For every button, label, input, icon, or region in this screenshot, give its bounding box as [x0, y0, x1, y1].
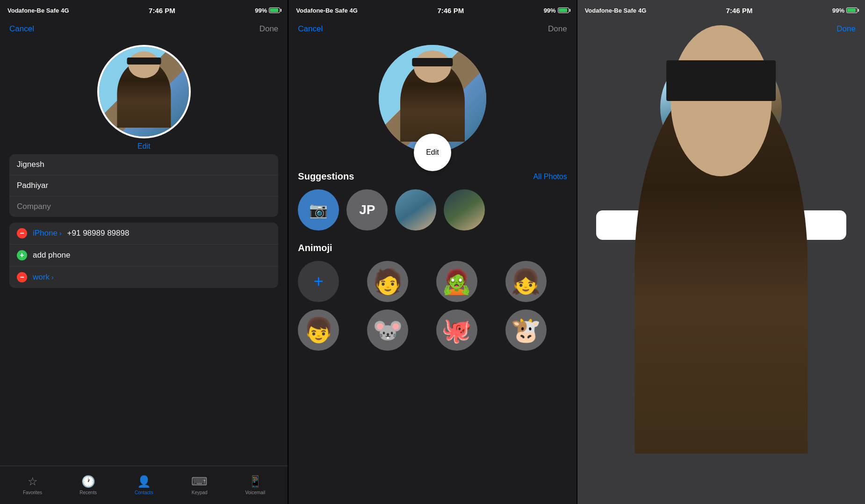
- nav-bar-2: Cancel Done: [288, 21, 576, 37]
- remove-phone-button[interactable]: −: [17, 228, 27, 238]
- avatar-circle-1[interactable]: [97, 45, 191, 138]
- panel3-avatar-circle: [660, 47, 782, 168]
- tab-keypad[interactable]: ⌨ Keypad: [172, 475, 227, 495]
- animoji-boy2[interactable]: 👦: [298, 310, 339, 351]
- animoji-girl-emoji: 👧: [511, 269, 541, 294]
- animoji-cow-emoji: 🐮: [511, 318, 541, 342]
- edit-overlay-label: Edit: [426, 148, 439, 157]
- add-phone-row: + add phone: [9, 245, 278, 266]
- animoji-octopus[interactable]: 🐙: [436, 310, 477, 351]
- contact-photo-3: [660, 47, 782, 168]
- company-field-item[interactable]: [9, 196, 278, 217]
- add-animoji-button[interactable]: +: [298, 261, 339, 302]
- glasses-2: [412, 58, 453, 66]
- favorites-icon: ☆: [28, 475, 38, 488]
- recents-icon: 🕐: [81, 475, 95, 488]
- add-phone-label[interactable]: add phone: [33, 251, 70, 260]
- work-phone-row: − work ›: [9, 266, 278, 288]
- avatar-section-1: Edit: [0, 37, 288, 154]
- phone-type-chevron: ›: [59, 230, 62, 237]
- contact-edit-panel: Vodafone-Be Safe 4G 7:46 PM 99% Cancel D…: [0, 0, 288, 504]
- contacts-icon: 👤: [137, 475, 151, 488]
- all-photos-link[interactable]: All Photos: [533, 173, 567, 181]
- avatar-edit-label-1[interactable]: Edit: [137, 142, 151, 151]
- time-1: 7:46 PM: [149, 7, 175, 14]
- time-2: 7:46 PM: [437, 7, 464, 14]
- animoji-title: Animoji: [298, 243, 332, 253]
- status-bar-1: Vodafone-Be Safe 4G 7:46 PM 99%: [0, 0, 288, 21]
- glasses-3: [666, 60, 776, 101]
- status-bar-2: Vodafone-Be Safe 4G 7:46 PM 99%: [288, 0, 576, 21]
- network-type-3: 4G: [638, 7, 646, 14]
- carrier-signal-3: Vodafone-Be Safe 4G: [585, 7, 647, 14]
- battery-2: 99%: [544, 7, 569, 14]
- camera-suggestion[interactable]: 📷: [298, 189, 339, 230]
- add-phone-button[interactable]: +: [17, 250, 27, 260]
- company-input[interactable]: [17, 202, 271, 211]
- person-head-1: [128, 51, 159, 79]
- phone-type-label[interactable]: iPhone ›: [33, 229, 62, 238]
- tab-contacts[interactable]: 👤 Contacts: [116, 475, 172, 495]
- remove-work-button[interactable]: −: [17, 272, 27, 282]
- animoji-girl[interactable]: 👧: [505, 261, 547, 302]
- suggestions-header: Suggestions All Photos: [298, 171, 567, 182]
- network-type-2: 4G: [350, 7, 358, 14]
- time-3: 7:46 PM: [726, 7, 753, 14]
- thumb-photo-1: [395, 189, 436, 230]
- carrier-name-1: Vodafone-Be Safe: [7, 7, 59, 14]
- animoji-grid: + 🧑 🧟 👧 👦 🐭 🐙 🐮: [298, 261, 567, 351]
- battery-icon-2: [558, 7, 569, 13]
- suggestions-title: Suggestions: [298, 171, 354, 182]
- battery-pct-3: 99%: [832, 7, 844, 14]
- photo-avatar-section: Edit: [288, 37, 576, 162]
- animoji-punk[interactable]: 🧟: [436, 261, 477, 302]
- keypad-label: Keypad: [192, 490, 208, 495]
- battery-3: 99%: [832, 7, 858, 14]
- carrier-name-2: Vodafone-Be Safe: [296, 7, 347, 14]
- initials-text: JP: [359, 202, 375, 217]
- first-name-input[interactable]: [17, 160, 271, 169]
- battery-icon-1: [269, 7, 280, 13]
- battery-pct-1: 99%: [255, 7, 267, 14]
- suggestions-section: Suggestions All Photos 📷 JP: [288, 162, 576, 235]
- edit-overlay-button[interactable]: Edit: [414, 134, 451, 171]
- done-button-2[interactable]: Done: [548, 24, 567, 34]
- photo-suggestion-1[interactable]: [395, 189, 436, 230]
- battery-pct-2: 99%: [544, 7, 556, 14]
- work-chevron: ›: [51, 274, 54, 281]
- status-bar-3: Vodafone-Be Safe 4G 7:46 PM 99%: [577, 0, 865, 21]
- animoji-mouse-emoji: 🐭: [373, 318, 403, 342]
- phone-field-group: − iPhone › +91 98989 89898 + add phone −…: [9, 223, 278, 288]
- contact-fields-1: − iPhone › +91 98989 89898 + add phone −…: [0, 154, 288, 466]
- carrier-signal-2: Vodafone-Be Safe 4G: [296, 7, 358, 14]
- last-name-field-item[interactable]: [9, 175, 278, 196]
- tab-bar-1: ☆ Favorites 🕐 Recents 👤 Contacts ⌨ Keypa…: [0, 466, 288, 504]
- done-button-3[interactable]: Done: [836, 24, 856, 34]
- work-label[interactable]: work ›: [33, 273, 54, 282]
- contacts-label: Contacts: [135, 490, 153, 495]
- phone-number-value[interactable]: +91 98989 89898: [67, 229, 271, 238]
- camera-icon: 📷: [309, 201, 328, 219]
- photo-suggestion-2[interactable]: [444, 189, 485, 230]
- animoji-punk-emoji: 🧟: [441, 269, 472, 294]
- favorites-label: Favorites: [23, 490, 42, 495]
- thumb-photo-2: [444, 189, 485, 230]
- tab-recents[interactable]: 🕐 Recents: [60, 475, 116, 495]
- cancel-button-1[interactable]: Cancel: [9, 24, 34, 34]
- tab-favorites[interactable]: ☆ Favorites: [5, 475, 60, 495]
- carrier-signal-1: Vodafone-Be Safe 4G: [7, 7, 69, 14]
- animoji-cow[interactable]: 🐮: [505, 310, 547, 351]
- first-name-field-item[interactable]: [9, 154, 278, 175]
- keypad-icon: ⌨: [191, 475, 208, 488]
- contact-photo-1: [99, 47, 189, 137]
- last-name-input[interactable]: [17, 181, 271, 190]
- tab-voicemail[interactable]: 📱 Voicemail: [227, 475, 283, 495]
- done-button-1[interactable]: Done: [260, 24, 279, 34]
- initials-suggestion[interactable]: JP: [346, 189, 388, 230]
- battery-1: 99%: [255, 7, 280, 14]
- cancel-button-2[interactable]: Cancel: [298, 24, 323, 34]
- animoji-mouse[interactable]: 🐭: [367, 310, 408, 351]
- suggestions-row: 📷 JP: [298, 189, 567, 230]
- animoji-boy[interactable]: 🧑: [367, 261, 408, 302]
- nav-bar-1: Cancel Done: [0, 21, 288, 37]
